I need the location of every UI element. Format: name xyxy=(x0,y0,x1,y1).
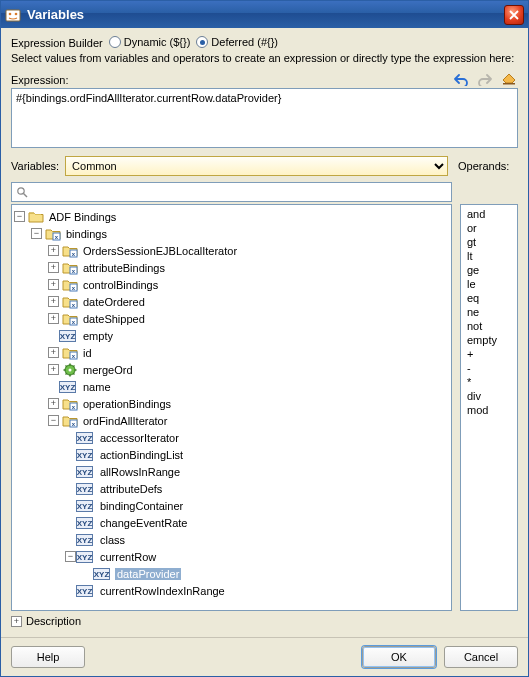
collapse-icon[interactable]: − xyxy=(14,211,25,222)
cancel-button[interactable]: Cancel xyxy=(444,646,518,668)
operand-item[interactable]: mod xyxy=(465,403,513,417)
expand-icon[interactable]: + xyxy=(48,313,59,324)
operand-item[interactable]: le xyxy=(465,277,513,291)
tree-id-label[interactable]: id xyxy=(81,347,94,359)
collapse-icon[interactable]: − xyxy=(31,228,42,239)
tree-node: XYZname xyxy=(48,378,449,395)
collapse-icon[interactable]: − xyxy=(65,551,76,562)
twisty-spacer xyxy=(82,568,93,579)
undo-icon[interactable] xyxy=(452,70,470,88)
tree-mergeord-label[interactable]: mergeOrd xyxy=(81,364,135,376)
description-label: Description xyxy=(26,615,81,627)
tree-node: + x OrdersSessionEJBLocalIterator xyxy=(48,242,449,259)
tree-attributebindings-label[interactable]: attributeBindings xyxy=(81,262,167,274)
tree-node: XYZcurrentRowIndexInRange xyxy=(65,582,449,599)
tree-attributedefs-label[interactable]: attributeDefs xyxy=(98,483,164,495)
search-input-wrapper xyxy=(11,182,452,202)
operand-item[interactable]: ne xyxy=(465,305,513,319)
svg-line-30 xyxy=(66,373,67,374)
tree-empty-label[interactable]: empty xyxy=(81,330,115,342)
operand-item[interactable]: and xyxy=(465,207,513,221)
window-title: Variables xyxy=(27,7,84,22)
app-icon xyxy=(5,7,21,23)
expand-icon[interactable]: + xyxy=(48,262,59,273)
redo-icon[interactable] xyxy=(476,70,494,88)
tree-dateordered-label[interactable]: dateOrdered xyxy=(81,296,147,308)
eraser-icon[interactable] xyxy=(500,70,518,88)
expand-icon[interactable]: + xyxy=(48,398,59,409)
operand-item[interactable]: - xyxy=(465,361,513,375)
tree-ordfindalliterator-label[interactable]: ordFindAllIterator xyxy=(81,415,169,427)
tree-allrowsinrange-label[interactable]: allRowsInRange xyxy=(98,466,182,478)
operand-item[interactable]: div xyxy=(465,389,513,403)
tree-currentrow-label[interactable]: currentRow xyxy=(98,551,158,563)
operand-item[interactable]: ge xyxy=(465,263,513,277)
twisty-spacer xyxy=(65,534,76,545)
operand-item[interactable]: not xyxy=(465,319,513,333)
tree-orderssessionejblocaliterator-icon: x xyxy=(62,244,78,258)
tree-changeeventrate-label[interactable]: changeEventRate xyxy=(98,517,189,529)
twisty-spacer xyxy=(65,432,76,443)
variables-select[interactable]: Common xyxy=(65,156,448,176)
tree-currentrowindexinrange-icon: XYZ xyxy=(79,584,95,598)
tree-accessoriterator-label[interactable]: accessorIterator xyxy=(98,432,181,444)
tree-bindingcontainer-label[interactable]: bindingContainer xyxy=(98,500,185,512)
radio-deferred[interactable]: Deferred (#{}) xyxy=(196,36,278,48)
expand-icon[interactable]: + xyxy=(48,245,59,256)
tree-node-adf-label[interactable]: ADF Bindings xyxy=(47,211,118,223)
help-button[interactable]: Help xyxy=(11,646,85,668)
operands-label: Operands: xyxy=(458,160,518,172)
tree-id-icon: x xyxy=(62,346,78,360)
tree-node: + x dateOrdered xyxy=(48,293,449,310)
collapse-icon[interactable]: − xyxy=(48,415,59,426)
svg-rect-4 xyxy=(503,83,515,85)
operand-item[interactable]: * xyxy=(465,375,513,389)
operand-item[interactable]: + xyxy=(465,347,513,361)
variables-tree[interactable]: − ADF Bindings− x bindings+ x OrdersSess… xyxy=(11,204,452,611)
tree-class-label[interactable]: class xyxy=(98,534,127,546)
svg-line-6 xyxy=(24,194,28,198)
tree-node: + x controlBindings xyxy=(48,276,449,293)
tree-name-label[interactable]: name xyxy=(81,381,113,393)
operand-item[interactable]: gt xyxy=(465,235,513,249)
tree-node: XYZaccessorIterator xyxy=(65,429,449,446)
tree-controlbindings-label[interactable]: controlBindings xyxy=(81,279,160,291)
tree-orderssessionejblocaliterator-label[interactable]: OrdersSessionEJBLocalIterator xyxy=(81,245,239,257)
radio-icon xyxy=(109,36,121,48)
tree-node: XYZactionBindingList xyxy=(65,446,449,463)
expand-icon[interactable]: + xyxy=(48,279,59,290)
tree-dateshipped-label[interactable]: dateShipped xyxy=(81,313,147,325)
operand-item[interactable]: or xyxy=(465,221,513,235)
expand-icon[interactable]: + xyxy=(48,347,59,358)
ok-button[interactable]: OK xyxy=(362,646,436,668)
operand-item[interactable]: lt xyxy=(465,249,513,263)
expand-icon[interactable]: + xyxy=(48,296,59,307)
tree-currentrowindexinrange-label[interactable]: currentRowIndexInRange xyxy=(98,585,227,597)
tree-node: XYZallRowsInRange xyxy=(65,463,449,480)
tree-dataprovider-label[interactable]: dataProvider xyxy=(115,568,181,580)
tree-node: + x dateShipped xyxy=(48,310,449,327)
tree-name-icon: XYZ xyxy=(62,380,78,394)
tree-controlbindings-icon: x xyxy=(62,278,78,292)
expression-input[interactable] xyxy=(11,88,518,148)
radio-icon xyxy=(196,36,208,48)
tree-accessoriterator-icon: XYZ xyxy=(79,431,95,445)
radio-dynamic[interactable]: Dynamic (${}) xyxy=(109,36,191,48)
expand-icon[interactable]: + xyxy=(48,364,59,375)
tree-ordfindalliterator-icon: x xyxy=(62,414,78,428)
expression-builder-label: Expression Builder xyxy=(11,37,103,49)
operand-item[interactable]: eq xyxy=(465,291,513,305)
tree-actionbindinglist-label[interactable]: actionBindingList xyxy=(98,449,185,461)
twisty-spacer xyxy=(48,381,59,392)
search-input[interactable] xyxy=(32,185,447,199)
tree-allrowsinrange-icon: XYZ xyxy=(79,465,95,479)
svg-line-28 xyxy=(73,373,74,374)
search-icon xyxy=(16,186,28,198)
expand-icon: + xyxy=(11,616,22,627)
tree-bindings-label[interactable]: bindings xyxy=(64,228,109,240)
tree-operationbindings-label[interactable]: operationBindings xyxy=(81,398,173,410)
description-row[interactable]: + Description xyxy=(11,615,518,627)
close-button[interactable] xyxy=(504,5,524,25)
operand-item[interactable]: empty xyxy=(465,333,513,347)
operands-list[interactable]: andorgtltgeleeqnenotempty+-*divmod xyxy=(460,204,518,611)
